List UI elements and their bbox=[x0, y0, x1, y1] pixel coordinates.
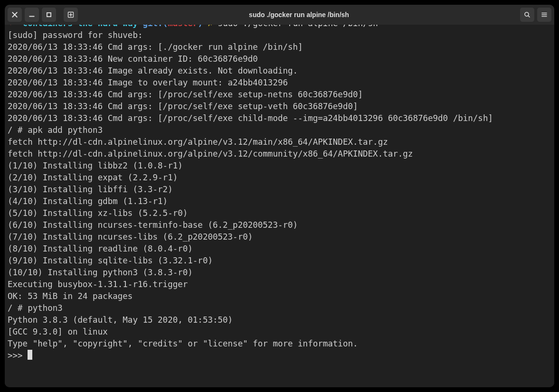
close-button[interactable] bbox=[8, 8, 22, 22]
maximize-icon bbox=[46, 11, 52, 18]
cursor bbox=[28, 350, 32, 360]
close-icon bbox=[11, 11, 18, 18]
prompt-git-close: ) bbox=[198, 25, 203, 28]
repl-prompt: >>> bbox=[8, 351, 28, 360]
terminal-output: [sudo] password for shuveb: 2020/06/13 1… bbox=[8, 30, 493, 348]
terminal-content: ➜ containers-the-hard-way git:(master) ✗… bbox=[8, 25, 551, 362]
minimize-button[interactable] bbox=[25, 8, 39, 22]
new-tab-button[interactable] bbox=[64, 8, 78, 22]
hamburger-icon bbox=[541, 11, 548, 18]
prompt-command: sudo ./gocker run alpine /bin/sh bbox=[218, 25, 378, 28]
titlebar: sudo ./gocker run alpine /bin/sh bbox=[5, 5, 554, 25]
maximize-button[interactable] bbox=[42, 8, 56, 22]
terminal-window: sudo ./gocker run alpine /bin/sh ➜ conta… bbox=[5, 5, 554, 387]
prompt-branch: master bbox=[168, 25, 198, 28]
terminal-body[interactable]: ➜ containers-the-hard-way git:(master) ✗… bbox=[5, 25, 554, 387]
minimize-icon bbox=[28, 11, 35, 18]
prompt-arrow: ➜ bbox=[8, 25, 18, 28]
menu-button[interactable] bbox=[537, 8, 551, 22]
prompt-dirty: ✗ bbox=[208, 25, 213, 28]
prompt-dir: containers-the-hard-way bbox=[23, 25, 138, 28]
prompt-git-label: git:( bbox=[143, 25, 168, 28]
search-button[interactable] bbox=[520, 8, 534, 22]
new-tab-icon bbox=[67, 11, 74, 18]
svg-rect-0 bbox=[47, 13, 51, 17]
window-title: sudo ./gocker run alpine /bin/sh bbox=[81, 11, 517, 19]
search-icon bbox=[524, 11, 531, 18]
